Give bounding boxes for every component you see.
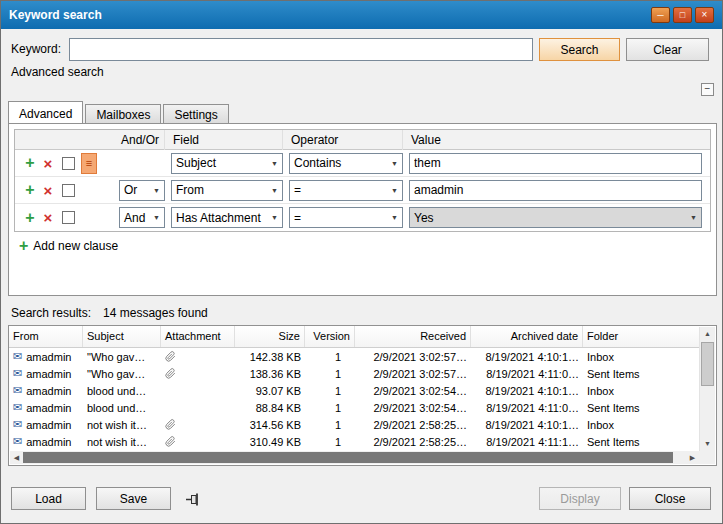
close-button[interactable]: ×: [695, 7, 714, 23]
clause-value-select[interactable]: Yes ▼: [409, 207, 702, 228]
results-label: Search results:: [11, 306, 91, 320]
result-row-5[interactable]: ✉amadmin not wish it… 314.56 KB 1 2/9/20…: [9, 416, 700, 433]
cell-size: 314.56 KB: [235, 419, 305, 431]
mail-icon: ✉: [13, 385, 22, 396]
clause-value-input[interactable]: [409, 153, 702, 174]
chevron-down-icon: ▼: [385, 187, 398, 194]
operator-select[interactable]: = ▼: [289, 207, 403, 228]
clause-value-input[interactable]: [409, 180, 702, 201]
cell-size: 93.07 KB: [235, 385, 305, 397]
cell-size: 138.36 KB: [235, 368, 305, 380]
paperclip-icon: [165, 350, 176, 363]
cell-size: 310.49 KB: [235, 436, 305, 448]
keyword-input[interactable]: [69, 38, 533, 61]
clause-checkbox[interactable]: [62, 211, 75, 224]
scroll-right-icon[interactable]: ▶: [686, 451, 699, 464]
operator-select-value: =: [294, 211, 301, 225]
cell-archived-date: 8/19/2021 4:10:1…: [471, 385, 583, 397]
clause-row-2: + × Or ▼ From ▼ = ▼: [15, 177, 710, 204]
add-clause-icon[interactable]: +: [21, 210, 39, 226]
chevron-down-icon: ▼: [265, 160, 278, 167]
clause-value-select-value: Yes: [414, 211, 434, 225]
cell-from: amadmin: [26, 402, 71, 414]
add-new-clause-link[interactable]: + Add new clause: [19, 238, 118, 254]
cell-subject: blood und…: [83, 385, 161, 397]
selected-row-indicator[interactable]: ≡: [81, 153, 97, 174]
andor-select[interactable]: And ▼: [119, 207, 165, 228]
save-button[interactable]: Save: [96, 487, 171, 510]
clause-row-1: + × ≡ Subject ▼ Contains ▼: [15, 150, 710, 177]
collapse-panel-icon[interactable]: −: [701, 83, 714, 96]
clear-button[interactable]: Clear: [626, 38, 709, 61]
horizontal-scrollbar[interactable]: ◀ ▶: [10, 451, 699, 464]
delete-clause-icon[interactable]: ×: [39, 210, 57, 225]
cell-folder: Inbox: [583, 385, 700, 397]
column-header-size[interactable]: Size: [235, 326, 305, 347]
clause-row-3: + × And ▼ Has Attachment ▼ = ▼ Yes: [15, 204, 710, 231]
tab-mailboxes[interactable]: Mailboxes: [85, 104, 161, 123]
result-row-6[interactable]: ✉amadmin not wish it… 310.49 KB 1 2/9/20…: [9, 433, 700, 450]
vertical-scrollbar[interactable]: ▲ ▼: [699, 327, 715, 451]
cell-folder: Inbox: [583, 351, 700, 363]
column-header-subject[interactable]: Subject: [83, 326, 161, 347]
column-header-archived-date[interactable]: Archived date: [471, 326, 583, 347]
column-header-attachment[interactable]: Attachment: [161, 326, 235, 347]
andor-select[interactable]: Or ▼: [119, 180, 165, 201]
column-header-version[interactable]: Version: [305, 326, 355, 347]
result-row-4[interactable]: ✉amadmin blood und… 88.84 KB 1 2/9/2021 …: [9, 399, 700, 416]
advanced-search-toggle[interactable]: Advanced search: [11, 65, 104, 79]
operator-select[interactable]: = ▼: [289, 180, 403, 201]
header-value: Value: [409, 130, 702, 150]
cell-version: 1: [305, 402, 355, 414]
results-caption: Search results: 14 messages found: [11, 306, 208, 320]
load-button[interactable]: Load: [11, 487, 86, 510]
column-header-from[interactable]: From: [9, 326, 83, 347]
field-select[interactable]: Subject ▼: [171, 153, 283, 174]
cell-from: amadmin: [26, 419, 71, 431]
result-row-1[interactable]: ✉amadmin "Who gav… 142.38 KB 1 2/9/2021 …: [9, 348, 700, 365]
vertical-scroll-thumb[interactable]: [701, 342, 714, 386]
display-button: Display: [539, 487, 621, 510]
chevron-down-icon: ▼: [147, 214, 160, 221]
add-clause-icon[interactable]: +: [21, 182, 39, 198]
cell-version: 1: [305, 351, 355, 363]
mail-icon: ✉: [13, 402, 22, 413]
cell-subject: "Who gav…: [83, 368, 161, 380]
paperclip-icon: [165, 367, 176, 380]
cell-version: 1: [305, 368, 355, 380]
minimize-button[interactable]: ─: [651, 7, 670, 23]
header-andor: And/Or: [119, 130, 165, 150]
pin-icon[interactable]: [185, 491, 205, 507]
cell-subject: "Who gav…: [83, 351, 161, 363]
add-clause-icon[interactable]: +: [21, 155, 39, 171]
clause-checkbox[interactable]: [62, 184, 75, 197]
column-header-folder[interactable]: Folder: [583, 326, 700, 347]
chevron-down-icon: ▼: [385, 160, 398, 167]
tab-advanced[interactable]: Advanced: [8, 101, 83, 123]
operator-select[interactable]: Contains ▼: [289, 153, 403, 174]
titlebar[interactable]: Keyword search ─ □ ×: [1, 1, 722, 29]
cell-size: 88.84 KB: [235, 402, 305, 414]
maximize-button[interactable]: □: [673, 7, 692, 23]
delete-clause-icon[interactable]: ×: [39, 156, 57, 171]
scroll-down-icon[interactable]: ▼: [700, 437, 715, 451]
cell-from: amadmin: [26, 351, 71, 363]
delete-clause-icon[interactable]: ×: [39, 183, 57, 198]
cell-folder: Sent Items: [583, 436, 700, 448]
clause-checkbox[interactable]: [62, 157, 75, 170]
tab-settings[interactable]: Settings: [163, 104, 228, 123]
result-row-2[interactable]: ✉amadmin "Who gav… 138.36 KB 1 2/9/2021 …: [9, 365, 700, 382]
cell-archived-date: 8/19/2021 4:11:1…: [471, 436, 583, 448]
chevron-down-icon: ▼: [385, 214, 398, 221]
field-select[interactable]: From ▼: [171, 180, 283, 201]
horizontal-scroll-thumb[interactable]: [23, 452, 673, 463]
scroll-up-icon[interactable]: ▲: [700, 327, 715, 341]
result-row-3[interactable]: ✉amadmin blood und… 93.07 KB 1 2/9/2021 …: [9, 382, 700, 399]
close-dialog-button[interactable]: Close: [629, 487, 711, 510]
scroll-left-icon[interactable]: ◀: [10, 451, 23, 464]
search-button[interactable]: Search: [539, 38, 620, 61]
field-select[interactable]: Has Attachment ▼: [171, 207, 283, 228]
andor-select-value: Or: [124, 183, 137, 197]
column-header-received[interactable]: Received: [355, 326, 471, 347]
chevron-down-icon: ▼: [684, 214, 697, 221]
